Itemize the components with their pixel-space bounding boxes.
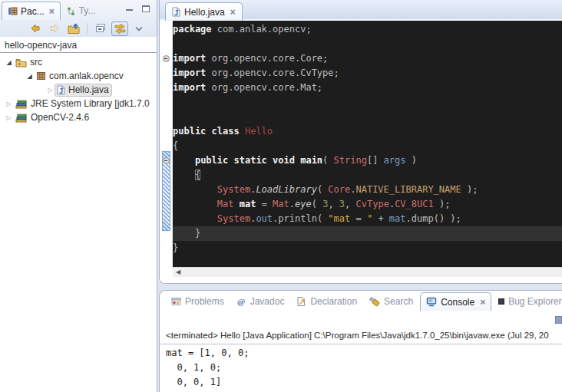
code-line: import org.opencv.core.Core; bbox=[173, 51, 562, 66]
code-line: { bbox=[173, 168, 562, 183]
project-tree: ◢src◢com.anlak.opencv▷JHello.java▷JRE Sy… bbox=[0, 53, 157, 124]
code-line: } bbox=[173, 226, 562, 241]
toolbar-separator bbox=[87, 23, 88, 34]
project-root-label[interactable]: hello-opencv-java bbox=[0, 37, 157, 52]
view-tab-label: Pac... bbox=[21, 6, 45, 17]
editor-tabbar: J Hello.java × bbox=[160, 0, 562, 21]
view-tab-ty[interactable]: Ty... bbox=[61, 2, 101, 20]
editor-body: package com.anlak.opencv;import org.open… bbox=[160, 21, 562, 283]
svg-text:J: J bbox=[59, 87, 63, 94]
code-line bbox=[173, 37, 562, 51]
code-line: import org.opencv.core.Mat; bbox=[173, 81, 562, 95]
tree-item-opencv-2-4-6[interactable]: ▷OpenCV-2.4.6 bbox=[0, 110, 157, 124]
up-button[interactable] bbox=[65, 21, 82, 36]
console-icon bbox=[426, 297, 437, 307]
tree-item-com-anlak-opencv[interactable]: ◢com.anlak.opencv bbox=[0, 69, 157, 83]
tree-item-src[interactable]: ◢src bbox=[0, 55, 157, 69]
code-line bbox=[173, 95, 562, 110]
back-button[interactable] bbox=[27, 21, 44, 36]
source-folder-icon bbox=[15, 58, 27, 68]
svg-text:J: J bbox=[174, 9, 178, 17]
view-tab-pac[interactable]: Pac...× bbox=[2, 2, 61, 20]
search-icon bbox=[369, 297, 380, 307]
close-icon[interactable]: × bbox=[478, 297, 485, 308]
close-icon[interactable]: × bbox=[229, 7, 236, 18]
collapse-all-icon bbox=[94, 23, 107, 34]
link-with-editor-button[interactable] bbox=[111, 21, 128, 36]
tab-declaration[interactable]: Declaration bbox=[291, 292, 362, 311]
close-icon[interactable]: × bbox=[48, 6, 55, 17]
tree-item-label: src bbox=[30, 57, 42, 68]
code-lines[interactable]: package com.anlak.opencv;import org.open… bbox=[173, 22, 562, 255]
view-tab-label: Ty... bbox=[79, 5, 96, 16]
tab-javadoc[interactable]: @Javadoc bbox=[231, 292, 290, 311]
console-output[interactable]: mat = [1, 0, 0; 0, 1, 0; 0, 0, 1] bbox=[166, 346, 562, 392]
tree-item-label: Hello.java bbox=[68, 84, 109, 95]
bottom-tabbar: Problems@JavadocDeclarationSearchConsole… bbox=[160, 291, 562, 311]
tree-item-label: OpenCV-2.4.6 bbox=[31, 112, 89, 123]
code-line: } bbox=[173, 241, 562, 255]
console-line: 0, 1, 0; bbox=[166, 361, 562, 375]
declaration-icon bbox=[296, 297, 306, 306]
package-explorer-icon bbox=[8, 6, 18, 16]
code-line: { bbox=[173, 139, 562, 153]
package-icon bbox=[36, 71, 46, 81]
fold-dash bbox=[164, 160, 167, 161]
tab-console[interactable]: Console× bbox=[420, 292, 491, 311]
java-file-icon: J bbox=[57, 85, 65, 95]
tree-item-label: JRE System Library [jdk1.7.0 bbox=[31, 98, 150, 109]
package-explorer-panel: Pac...×Ty... hello-opencv-java ◢src◢com.… bbox=[0, 0, 157, 392]
fold-dash bbox=[164, 58, 167, 59]
minimize-button[interactable] bbox=[124, 5, 134, 15]
code-line: package com.anlak.opencv; bbox=[173, 22, 562, 37]
view-header: Pac...×Ty... bbox=[0, 0, 157, 37]
tab-label: Problems bbox=[185, 296, 224, 307]
view-menu-button[interactable] bbox=[131, 21, 147, 36]
library-icon bbox=[15, 113, 28, 123]
minimize-icon bbox=[126, 9, 133, 11]
console-panel: Problems@JavadocDeclarationSearchConsole… bbox=[159, 290, 562, 392]
forward-icon bbox=[48, 23, 61, 34]
maximize-icon bbox=[142, 5, 150, 12]
collapse-all-button[interactable] bbox=[92, 21, 109, 36]
editor-tab-label: Hello.java bbox=[184, 7, 225, 18]
collapsed-arrow-icon[interactable]: ▷ bbox=[5, 114, 13, 121]
link-editor-icon bbox=[114, 23, 127, 35]
tree-item-content: com.anlak.opencv bbox=[34, 70, 127, 83]
tab-label: Console bbox=[441, 297, 474, 308]
tab-problems[interactable]: Problems bbox=[166, 292, 230, 311]
view-toolbar bbox=[0, 20, 157, 37]
code-line: System.out.println( "mat = " + mat.dump(… bbox=[173, 212, 562, 226]
tree-item-content: OpenCV-2.4.6 bbox=[13, 111, 92, 124]
back-icon bbox=[29, 23, 41, 34]
status-separator bbox=[160, 344, 562, 344]
forward-button[interactable] bbox=[46, 21, 63, 36]
code-line: System.LoadLibrary( Core.NATIVE_LIBRARY_… bbox=[173, 183, 562, 197]
library-icon bbox=[15, 99, 28, 109]
horizontal-scrollbar[interactable]: ◀ bbox=[173, 267, 562, 277]
maximize-button[interactable] bbox=[140, 5, 150, 15]
type-hierarchy-icon bbox=[66, 6, 76, 16]
code-line: public static void main( String[] args ) bbox=[173, 153, 562, 168]
console-line: mat = [1, 0, 0; bbox=[166, 346, 562, 361]
tab-bug-explorer[interactable]: Bug Explorer bbox=[493, 292, 562, 311]
scroll-left-icon[interactable]: ◀ bbox=[176, 268, 180, 275]
tab-label: Javadoc bbox=[250, 296, 285, 307]
console-toolbar-icon[interactable] bbox=[555, 316, 562, 324]
tree-item-hello-java[interactable]: ▷JHello.java bbox=[0, 83, 157, 97]
fold-marker[interactable] bbox=[163, 55, 170, 62]
view-window-buttons bbox=[124, 5, 150, 15]
tree-item-content: JRE System Library [jdk1.7.0 bbox=[13, 97, 153, 110]
expanded-arrow-icon[interactable]: ◢ bbox=[25, 73, 34, 80]
tab-search[interactable]: Search bbox=[364, 292, 418, 311]
tab-label: Search bbox=[384, 296, 413, 307]
svg-text:@: @ bbox=[237, 297, 245, 306]
code-line: Mat mat = Mat.eye( 3, 3, CvType.CV_8UC1 … bbox=[173, 197, 562, 212]
fold-marker[interactable] bbox=[163, 157, 170, 164]
tree-item-label: com.anlak.opencv bbox=[49, 71, 124, 81]
editor-tab-hello-java[interactable]: J Hello.java × bbox=[165, 2, 243, 21]
tree-item-jre-system-library-jdk1-7-0[interactable]: ▷JRE System Library [jdk1.7.0 bbox=[0, 97, 157, 110]
collapsed-arrow-icon[interactable]: ▷ bbox=[5, 100, 13, 107]
expanded-arrow-icon[interactable]: ◢ bbox=[5, 59, 13, 66]
collapsed-arrow-icon[interactable]: ▷ bbox=[46, 87, 55, 94]
